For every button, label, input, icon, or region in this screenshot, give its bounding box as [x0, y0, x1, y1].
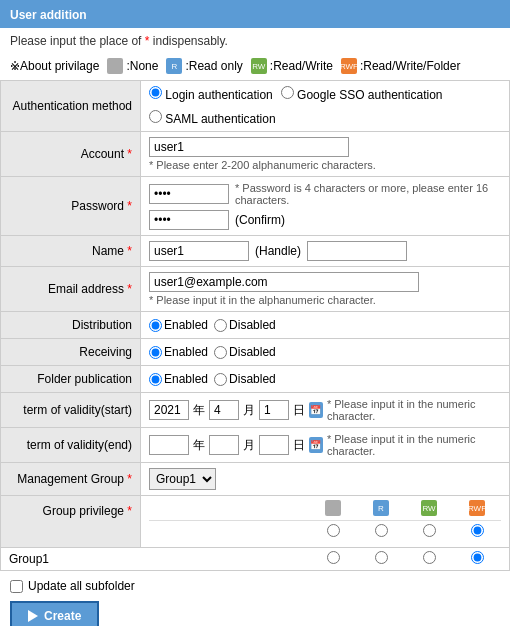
auth-google-radio[interactable] [281, 86, 294, 99]
group1-rwf-radio[interactable] [471, 551, 484, 564]
priv-header-rw-icon: RW [421, 500, 437, 516]
distribution-row: Distribution Enabled Disabled [1, 312, 510, 339]
auth-method-label: Authentication method [1, 81, 141, 132]
read-write-folder-icon: RWF [341, 58, 357, 74]
distribution-disabled[interactable]: Disabled [214, 318, 276, 332]
receiving-value: Enabled Disabled [141, 339, 510, 366]
priv-header-ro-icon: R [373, 500, 389, 516]
footer: Update all subfolder Create [0, 571, 510, 626]
calendar-start-icon[interactable]: 📅 [309, 402, 323, 418]
group0-rw-radio[interactable] [423, 524, 436, 537]
priv-readwrite: RW :Read/Write [251, 58, 333, 74]
auth-login-option[interactable]: Login authentication [149, 86, 273, 102]
form-table: Authentication method Login authenticati… [0, 80, 510, 548]
management-group-select[interactable]: Group1 [149, 468, 216, 490]
play-icon [28, 610, 38, 622]
folder-pub-row: Folder publication Enabled Disabled [1, 366, 510, 393]
email-value: * Please input it in the alphanumeric ch… [141, 267, 510, 312]
validity-end-month[interactable] [209, 435, 239, 455]
group1-rw-radio[interactable] [423, 551, 436, 564]
group0-ro-radio[interactable] [375, 524, 388, 537]
email-hint: * Please input it in the alphanumeric ch… [149, 294, 501, 306]
calendar-end-icon[interactable]: 📅 [309, 437, 323, 453]
group-privilege-label: Group privilege * [1, 496, 141, 548]
priv-header-none-icon [325, 500, 341, 516]
group1-ro-radio[interactable] [375, 551, 388, 564]
management-group-row: Management Group * Group1 [1, 463, 510, 496]
handle-input[interactable] [307, 241, 407, 261]
folder-pub-label: Folder publication [1, 366, 141, 393]
receiving-enabled[interactable]: Enabled [149, 345, 208, 359]
priv-readonly: R :Read only [166, 58, 242, 74]
password-row: Password * * Password is 4 characters or… [1, 177, 510, 236]
group0-rwf-radio[interactable] [471, 524, 484, 537]
distribution-label: Distribution [1, 312, 141, 339]
auth-saml-option[interactable]: SAML authentication [149, 110, 276, 126]
priv-none: :None [107, 58, 158, 74]
validity-end-value: 年 月 日 📅 * Please input it in the numeric… [141, 428, 510, 463]
read-only-icon: R [166, 58, 182, 74]
password-confirm-input[interactable] [149, 210, 229, 230]
validity-start-month[interactable] [209, 400, 239, 420]
name-value: (Handle) [141, 236, 510, 267]
password-hint: * Password is 4 characters or more, plea… [235, 182, 501, 206]
management-group-label: Management Group * [1, 463, 141, 496]
group1-name: Group1 [9, 552, 313, 566]
account-value: * Please enter 2-200 alphanumeric charac… [141, 132, 510, 177]
group-privilege-row: Group privilege * R RW RWF [1, 496, 510, 548]
create-button[interactable]: Create [10, 601, 99, 626]
group-privilege-value: R RW RWF [141, 496, 510, 548]
privilege-section: ※About privilage :None R :Read only RW :… [0, 54, 510, 80]
auth-google-option[interactable]: Google SSO authentication [281, 86, 443, 102]
email-row: Email address * * Please input it in the… [1, 267, 510, 312]
management-group-value: Group1 [141, 463, 510, 496]
name-label: Name * [1, 236, 141, 267]
title-bar: User addition [0, 0, 510, 28]
distribution-enabled[interactable]: Enabled [149, 318, 208, 332]
group1-row: Group1 [0, 548, 510, 571]
validity-end-year[interactable] [149, 435, 189, 455]
validity-start-year[interactable] [149, 400, 189, 420]
folder-pub-enabled[interactable]: Enabled [149, 372, 208, 386]
password-value: * Password is 4 characters or more, plea… [141, 177, 510, 236]
folder-pub-value: Enabled Disabled [141, 366, 510, 393]
auth-method-row: Authentication method Login authenticati… [1, 81, 510, 132]
receiving-label: Receiving [1, 339, 141, 366]
priv-header-rwf-icon: RWF [469, 500, 485, 516]
validity-start-label: term of validity(start) [1, 393, 141, 428]
password-label: Password * [1, 177, 141, 236]
auth-login-radio[interactable] [149, 86, 162, 99]
folder-pub-disabled[interactable]: Disabled [214, 372, 276, 386]
receiving-row: Receiving Enabled Disabled [1, 339, 510, 366]
receiving-disabled[interactable]: Disabled [214, 345, 276, 359]
distribution-value: Enabled Disabled [141, 312, 510, 339]
validity-start-value: 年 月 日 📅 * Please input it in the numeric… [141, 393, 510, 428]
password-input[interactable] [149, 184, 229, 204]
group1-none-radio[interactable] [327, 551, 340, 564]
auth-method-value: Login authentication Google SSO authenti… [141, 81, 510, 132]
update-all-checkbox[interactable] [10, 580, 23, 593]
read-write-icon: RW [251, 58, 267, 74]
update-all-row: Update all subfolder [10, 579, 500, 593]
account-hint: * Please enter 2-200 alphanumeric charac… [149, 159, 501, 171]
account-input[interactable] [149, 137, 349, 157]
name-row: Name * (Handle) [1, 236, 510, 267]
email-label: Email address * [1, 267, 141, 312]
account-label: Account * [1, 132, 141, 177]
validity-end-row: term of validity(end) 年 月 日 📅 * Please i… [1, 428, 510, 463]
name-input[interactable] [149, 241, 249, 261]
auth-saml-radio[interactable] [149, 110, 162, 123]
validity-start-day[interactable] [259, 400, 289, 420]
validity-start-row: term of validity(start) 年 月 日 📅 * Please… [1, 393, 510, 428]
validity-end-day[interactable] [259, 435, 289, 455]
subtitle-area: Please input the place of * indispensabl… [0, 28, 510, 54]
page-title: User addition [10, 8, 87, 22]
group0-none-radio[interactable] [327, 524, 340, 537]
priv-readwritefolder: RWF :Read/Write/Folder [341, 58, 460, 74]
validity-end-label: term of validity(end) [1, 428, 141, 463]
none-icon [107, 58, 123, 74]
update-all-label: Update all subfolder [28, 579, 135, 593]
email-input[interactable] [149, 272, 419, 292]
account-row: Account * * Please enter 2-200 alphanume… [1, 132, 510, 177]
